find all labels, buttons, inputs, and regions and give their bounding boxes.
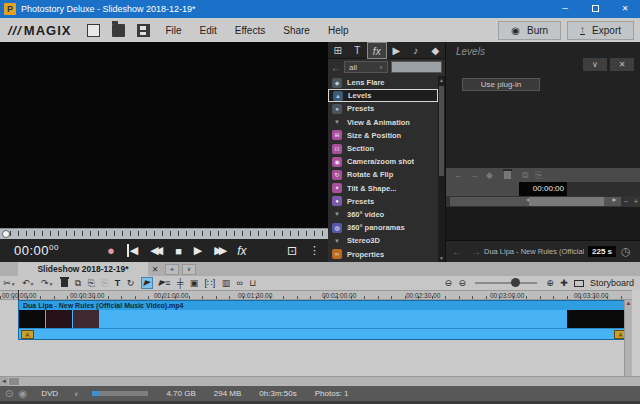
preview-fx-button[interactable]: fx: [237, 244, 246, 258]
tab-close-icon[interactable]: ✕: [148, 265, 162, 274]
range-tool-icon[interactable]: ◤≡: [159, 278, 170, 288]
effect-item-lens-flare[interactable]: ◆Lens Flare: [328, 76, 438, 89]
scrollbar-thumb[interactable]: [439, 86, 444, 176]
panel-hscrollbar[interactable]: ◄ ► − +: [446, 196, 640, 207]
clip-video-track[interactable]: [19, 310, 629, 328]
tab-list-chevron-icon[interactable]: ∨: [182, 264, 196, 275]
storyboard-mode-button[interactable]: Storyboard: [590, 278, 634, 288]
menu-file[interactable]: File: [156, 25, 190, 36]
menu-effects[interactable]: Effects: [226, 25, 274, 36]
next-object-icon[interactable]: →: [471, 246, 481, 257]
disc-outline-icon[interactable]: ⊙: [5, 388, 13, 399]
monitor-icon[interactable]: [574, 280, 584, 287]
select-tool-icon[interactable]: ◤: [141, 277, 153, 289]
scrubber-playhead[interactable]: [2, 230, 10, 238]
zoom-slider[interactable]: [475, 282, 537, 284]
effect-item-presets-2[interactable]: ●Presets: [328, 195, 438, 208]
forward-button[interactable]: ▶▶: [214, 244, 227, 257]
effect-group-view-animation[interactable]: ▼View & Animation: [328, 116, 438, 129]
scroll-left-icon[interactable]: ◄: [0, 377, 8, 386]
preview-scrubber[interactable]: [0, 228, 328, 239]
delete-icon[interactable]: [61, 279, 68, 287]
tab-music-icon[interactable]: ♪: [406, 42, 426, 59]
wave-display-icon[interactable]: ▥: [222, 278, 231, 288]
record-button[interactable]: ●: [107, 243, 115, 258]
effect-item-tilt-shape[interactable]: ✦Tilt & Shape...: [328, 182, 438, 195]
video-preview[interactable]: [0, 42, 328, 228]
menu-help[interactable]: Help: [319, 25, 358, 36]
scrollbar-thumb[interactable]: [529, 197, 604, 206]
open-project-icon[interactable]: [112, 24, 125, 37]
export-button[interactable]: ↑ Export: [567, 21, 634, 40]
object-duration[interactable]: 225 s: [588, 246, 616, 257]
video-clip[interactable]: Dua Lipa - New Rules (Official Music Vid…: [18, 300, 630, 340]
fit-project-icon[interactable]: ✚: [560, 278, 568, 288]
effect-item-rotate-flip[interactable]: ↻Rotate & Flip: [328, 168, 438, 181]
effect-item-properties[interactable]: ∞Properties: [328, 247, 438, 260]
copy-icon[interactable]: ⧉: [75, 278, 81, 289]
tab-transitions-icon[interactable]: ▶: [387, 42, 407, 59]
tab-effects-icon[interactable]: fx: [367, 42, 387, 59]
redo-icon[interactable]: ↷▼: [41, 278, 54, 288]
save-project-icon[interactable]: [137, 24, 150, 37]
nav-back-icon[interactable]: ←: [454, 170, 463, 180]
zoom-out-object-icon[interactable]: ⊖: [444, 278, 452, 288]
stop-button[interactable]: ■: [175, 245, 182, 257]
burn-button[interactable]: ◉ Burn: [498, 21, 561, 40]
tab-media-icon[interactable]: ⊞: [328, 42, 348, 59]
effect-item-section[interactable]: ⊡Section: [328, 142, 438, 155]
clip-title[interactable]: Dua Lipa - New Rules (Official Music Vid…: [19, 301, 629, 310]
zoom-in-icon[interactable]: ⊕: [546, 278, 554, 288]
scroll-up-icon[interactable]: ▲: [438, 77, 445, 83]
new-project-icon[interactable]: [87, 24, 100, 37]
effect-item-camera-zoom[interactable]: ◉Camera/zoom shot: [328, 155, 438, 168]
preview-menu-button[interactable]: ⋮: [309, 244, 320, 257]
effect-item-360-panoramas[interactable]: ◍360° panoramas: [328, 221, 438, 234]
panel-collapse-button[interactable]: ∨: [583, 58, 607, 71]
text-tool-icon[interactable]: T: [115, 278, 121, 288]
split-tool-icon[interactable]: ╪: [177, 278, 183, 288]
rotate-tool-icon[interactable]: ↻: [127, 278, 135, 288]
timeline-ruler[interactable]: 00:00:00.00 00:00:30.00 00:01:00.00 00:0…: [0, 290, 632, 300]
zoom-out-icon[interactable]: ⊖: [458, 278, 466, 288]
scrollbar-thumb[interactable]: [9, 378, 19, 385]
prev-object-icon[interactable]: ←: [452, 246, 462, 257]
copy-icon[interactable]: ⧉: [522, 170, 528, 181]
skip-start-button[interactable]: ◀: [127, 244, 138, 257]
project-tab[interactable]: Slideshow 2018-12-19*: [18, 262, 148, 276]
rewind-button[interactable]: ◀◀: [150, 244, 163, 257]
menu-edit[interactable]: Edit: [191, 25, 226, 36]
effect-group-stereo3d[interactable]: ▼Stereo3D: [328, 234, 438, 247]
menu-share[interactable]: Share: [274, 25, 319, 36]
preview-object-icon[interactable]: ▣: [190, 278, 199, 288]
paste-disabled-icon[interactable]: ⎘: [101, 278, 108, 289]
group-objects-icon[interactable]: [∷]: [205, 278, 216, 288]
scrollbar-track[interactable]: ◄ ►: [450, 197, 621, 206]
paste-icon[interactable]: ⎘: [535, 170, 542, 181]
undo-icon[interactable]: ↶▼: [22, 278, 35, 288]
scroll-right-icon[interactable]: ►: [608, 196, 621, 203]
clip-audio-track[interactable]: A A: [19, 328, 629, 339]
disc-filled-icon[interactable]: ◉: [18, 388, 27, 399]
timeline-hscrollbar[interactable]: ◄: [0, 376, 640, 386]
trash-icon[interactable]: [504, 171, 511, 179]
effect-group-360-video[interactable]: ▼360° video: [328, 208, 438, 221]
back-icon[interactable]: ←: [331, 62, 341, 73]
link-objects-icon[interactable]: ∞: [237, 278, 243, 288]
zoom-out-icon[interactable]: −: [621, 198, 631, 205]
tab-add-button[interactable]: +: [165, 264, 179, 275]
tab-tags-icon[interactable]: ◆: [426, 42, 446, 59]
minimize-button[interactable]: ─: [550, 0, 580, 18]
timeline-vscrollbar[interactable]: ▲: [624, 300, 632, 376]
effect-item-levels[interactable]: ▲Levels: [328, 89, 438, 102]
panel-close-button[interactable]: ✕: [610, 58, 634, 71]
zoom-slider-knob[interactable]: [511, 278, 520, 287]
scroll-down-icon[interactable]: ▼: [438, 255, 445, 261]
cut-icon[interactable]: ✂▼: [3, 278, 16, 288]
fullscreen-button[interactable]: ⊡: [287, 244, 297, 258]
tag-icon[interactable]: ◆: [486, 170, 493, 180]
use-plugin-button[interactable]: Use plug-in: [462, 78, 540, 91]
maximize-button[interactable]: [580, 0, 610, 18]
zoom-in-icon[interactable]: +: [631, 198, 640, 205]
effect-item-presets[interactable]: ●Presets: [328, 102, 438, 115]
